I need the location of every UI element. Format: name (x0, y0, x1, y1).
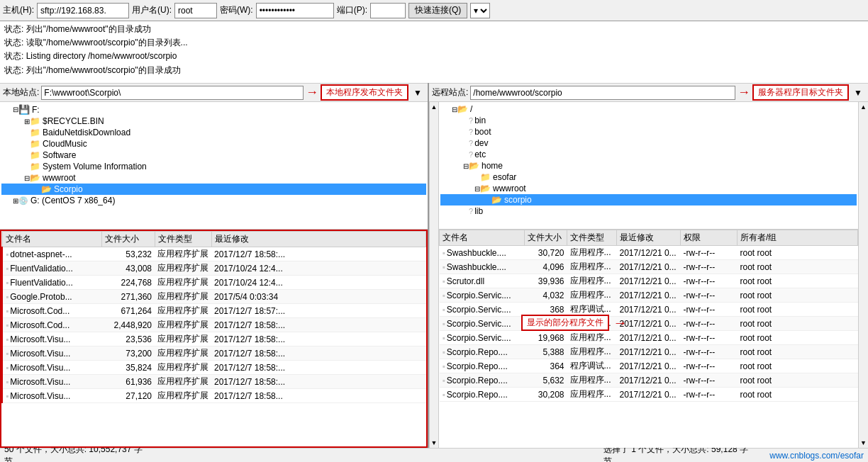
file-icon: ▪ (6, 320, 9, 330)
right-tree[interactable]: ⊟ 📂 / ⊞ ? bin ⊞ ? boot (439, 102, 858, 230)
left-table-row[interactable]: ▪Microsoft.Visu... 73,200 应用程序扩展 2017/12… (2, 346, 426, 361)
left-table-row[interactable]: ▪FluentValidatio... 43,008 应用程序扩展 2017/1… (2, 261, 426, 276)
right-file-table[interactable]: 显示的部分程序文件 → 文件名 文件大小 文件类型 最近修改 权限 所有者/组 (439, 230, 858, 448)
col-r-filename[interactable]: 文件名 (440, 230, 525, 246)
tree-item-wwwroot-r[interactable]: ⊟ 📂 wwwroot (440, 183, 857, 194)
col-r-filedate[interactable]: 最近修改 (617, 230, 681, 246)
col-filetype[interactable]: 文件类型 (155, 232, 211, 247)
tree-item-boot[interactable]: ⊞ ? boot (440, 126, 857, 137)
tree-item-f[interactable]: ⊟ 💾 F: (1, 103, 426, 116)
right-table-row[interactable]: ▪Swashbuckle.... 4,096 应用程序... 2017/12/2… (440, 260, 858, 274)
left-cell-type: 应用程序扩展 (155, 290, 211, 304)
tree-item-software[interactable]: ⊞ 📁 Software (1, 150, 426, 161)
left-cell-date: 2017/12/7 18:58:... (211, 361, 426, 375)
left-table-row[interactable]: ▪Microsoft.Visu... 23,536 应用程序扩展 2017/12… (2, 332, 426, 346)
right-table-row[interactable]: ▪Scorpio.Servic.... 4,032 应用程序... 2017/1… (440, 288, 858, 303)
right-vscroll[interactable]: ▲ ▼ (858, 102, 868, 448)
connect-dropdown[interactable]: ▾ (470, 3, 490, 18)
left-table-row[interactable]: ▪Microsoft.Visu... 27,120 应用程序扩展 2017/12… (2, 389, 426, 403)
left-vscroll[interactable]: ▲ ▼ (429, 102, 439, 448)
tree-item-scorpio[interactable]: ⊞ 📂 Scorpio (1, 184, 426, 195)
right-cell-size: 5,388 (525, 345, 567, 359)
tree-item-esofar[interactable]: ⊞ 📁 esofar (440, 171, 857, 183)
right-path-side: 远程站点: → 服务器程序目标文件夹 ▼ (429, 83, 868, 102)
tree-item-cloudmusic[interactable]: ⊞ 📁 CloudMusic (1, 138, 426, 150)
right-table-row[interactable]: ▪Scorpio.Servic.... 368 程序调试... 2017/12/… (440, 303, 858, 317)
left-path-input[interactable] (41, 86, 304, 100)
right-cell-size: 30,208 (525, 388, 567, 402)
left-table-row[interactable]: ▪FluentValidatio... 224,768 应用程序扩展 2017/… (2, 276, 426, 290)
left-cell-size: 73,200 (101, 346, 155, 361)
file-icon-r: ▪ (443, 276, 445, 286)
right-path-dropdown[interactable]: ▼ (851, 88, 865, 98)
right-cell-name: ▪Scorpio.Repo.... (440, 359, 525, 373)
right-cell-name: ▪Scorpio.Repo.... (440, 388, 525, 402)
left-table-row[interactable]: ▪Microsoft.Visu... 61,936 应用程序扩展 2017/12… (2, 375, 426, 389)
left-cell-size: 61,936 (101, 375, 155, 389)
tree-item-scorpio-r[interactable]: ⊞ 📂 scorpio (440, 194, 857, 205)
col-filesize[interactable]: 文件大小 (101, 232, 155, 247)
right-table-row[interactable]: ▪Scrutor.dll 39,936 应用程序... 2017/12/21 0… (440, 274, 858, 288)
toolbar: 主机(H): 用户名(U): 密码(W): 端口(P): 快速连接(Q) ▾ (0, 0, 868, 21)
left-table-row[interactable]: ▪dotnet-aspnet-... 53,232 应用程序扩展 2017/12… (2, 247, 426, 261)
right-scroll-up[interactable]: ▲ (860, 103, 867, 111)
scroll-down[interactable]: ▼ (431, 439, 438, 446)
left-cell-name: ▪Microsoft.Visu... (2, 332, 101, 346)
left-cell-size: 23,536 (101, 332, 155, 346)
right-table-row[interactable]: ▪Scorpio.Repo.... 364 程序调试... 2017/12/21… (440, 359, 858, 373)
right-scroll-down[interactable]: ▼ (860, 439, 867, 446)
left-table-row[interactable]: ▪Microsoft.Visu... 35,824 应用程序扩展 2017/12… (2, 361, 426, 375)
left-table-row[interactable]: ▪Microsoft.Cod... 2,448,920 应用程序扩展 2017/… (2, 318, 426, 332)
connect-button[interactable]: 快速连接(Q) (408, 3, 467, 18)
right-table-row[interactable]: ▪Swashbuckle.... 30,720 应用程序... 2017/12/… (440, 246, 858, 260)
right-cell-name: ▪Swashbuckle.... (440, 260, 525, 274)
col-filedate[interactable]: 最近修改 (211, 232, 426, 247)
right-table-row[interactable]: ▪Scorpio.Servic.... 6,144 应用程序... 2017/1… (440, 317, 858, 331)
col-r-filesize[interactable]: 文件大小 (525, 230, 567, 246)
tree-item-etc[interactable]: ⊞ ? etc (440, 149, 857, 160)
tree-item-wwwroot[interactable]: ⊟ 📂 wwwroot (1, 172, 426, 184)
col-r-owner[interactable]: 所有者/组 (738, 230, 858, 246)
right-table-row[interactable]: ▪Scorpio.Repo.... 30,208 应用程序... 2017/12… (440, 388, 858, 402)
left-file-table[interactable]: 文件名 文件大小 文件类型 最近修改 ▪dotnet-aspnet-... 53… (0, 230, 428, 448)
tree-item-bin[interactable]: ⊞ ? bin (440, 115, 857, 126)
left-cell-type: 应用程序扩展 (155, 304, 211, 318)
host-label: 主机(H): (3, 4, 34, 16)
watermark: www.cnblogs.com/esofar (769, 451, 864, 461)
right-table-row[interactable]: ▪Scorpio.Repo.... 5,388 应用程序... 2017/12/… (440, 345, 858, 359)
right-cell-perm: -rw-r--r-- (681, 317, 738, 331)
left-path-dropdown[interactable]: ▼ (411, 88, 425, 98)
left-path-side: 本地站点: → 本地程序发布文件夹 ▼ (0, 83, 429, 102)
right-cell-type: 应用程序... (567, 260, 617, 274)
tree-item-g[interactable]: ⊞ 💿 G: (CentOS 7 x86_64) (1, 195, 426, 206)
right-cell-perm: -rw-r--r-- (681, 331, 738, 345)
tree-item-recycle[interactable]: ⊞ 📁 $RECYCLE.BIN (1, 116, 426, 127)
col-r-perm[interactable]: 权限 (681, 230, 738, 246)
tree-item-root[interactable]: ⊟ 📂 / (440, 103, 857, 115)
tree-item-dev[interactable]: ⊞ ? dev (440, 137, 857, 149)
col-r-filetype[interactable]: 文件类型 (567, 230, 617, 246)
left-tree[interactable]: ⊟ 💾 F: ⊞ 📁 $RECYCLE.BIN ⊞ 📁 BaiduNetdisk… (0, 102, 428, 230)
tree-item-lib[interactable]: ⊞ ? lib (440, 205, 857, 217)
right-table-row[interactable]: ▪Scorpio.Repo.... 5,632 应用程序... 2017/12/… (440, 373, 858, 388)
file-icon-r: ▪ (443, 333, 445, 343)
scroll-up[interactable]: ▲ (431, 103, 438, 111)
right-cell-size: 19,968 (525, 331, 567, 345)
tree-item-home[interactable]: ⊟ 📂 home (440, 160, 857, 171)
right-path-input[interactable] (470, 86, 735, 100)
col-filename[interactable]: 文件名 (2, 232, 101, 247)
user-input[interactable] (174, 3, 217, 18)
right-cell-type: 应用程序... (567, 274, 617, 288)
left-cell-size: 53,232 (101, 247, 155, 261)
right-table-row[interactable]: ▪Scorpio.Servic.... 19,968 应用程序... 2017/… (440, 331, 858, 345)
folder-icon-www: 📂 (30, 173, 40, 183)
pass-input[interactable] (256, 3, 334, 18)
right-cell-perm: -rw-r--r-- (681, 303, 738, 317)
tree-item-baidu[interactable]: ⊞ 📁 BaiduNetdiskDownload (1, 127, 426, 138)
left-table-row[interactable]: ▪Google.Protob... 271,360 应用程序扩展 2017/5/… (2, 290, 426, 304)
port-input[interactable] (370, 3, 406, 18)
host-input[interactable] (37, 3, 129, 18)
left-cell-name: ▪FluentValidatio... (2, 261, 101, 276)
tree-item-sysvolume[interactable]: ⊞ 📁 System Volume Information (1, 161, 426, 172)
left-table-row[interactable]: ▪Microsoft.Cod... 671,264 应用程序扩展 2017/12… (2, 304, 426, 318)
